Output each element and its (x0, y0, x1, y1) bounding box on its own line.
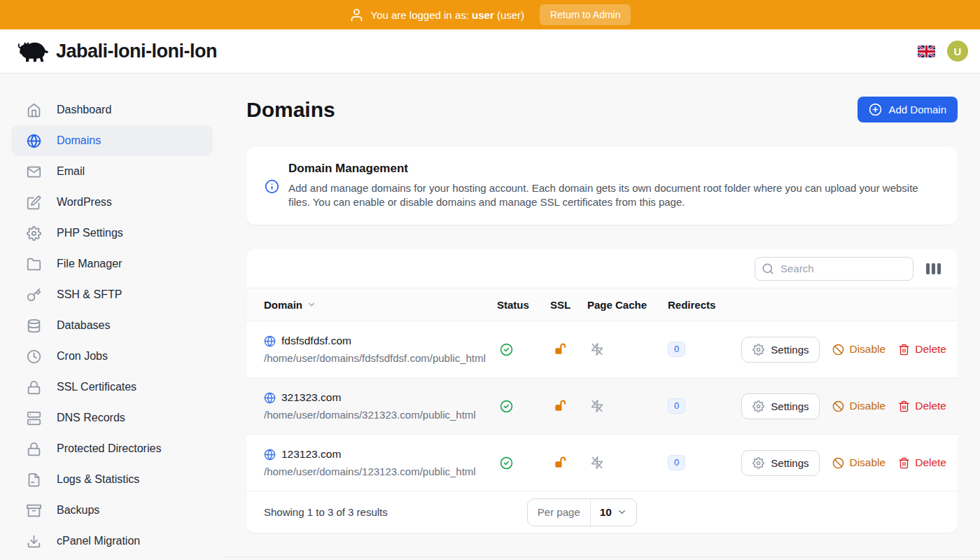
table-footer: Showing 1 to 3 of 3 results Per page 10 (246, 491, 958, 533)
main-content: Domains Add Domain Domain Management Add… (224, 74, 980, 560)
slash-icon (832, 400, 844, 412)
sidebar-item-ssl-certificates[interactable]: SSL Certificates (11, 372, 213, 402)
status-enabled-icon (497, 456, 550, 470)
per-page-select[interactable]: Per page 10 (527, 498, 637, 526)
sidebar-item-domains[interactable]: Domains (11, 125, 213, 156)
domains-table-card: Domain Status SSL Page Cache Redirects f… (246, 249, 958, 533)
sidebar-item-cron-jobs[interactable]: Cron Jobs (11, 341, 213, 372)
server-icon (27, 411, 41, 426)
sidebar-item-logs-statistics[interactable]: Logs & Statistics (11, 464, 213, 495)
search-icon (762, 262, 774, 275)
redirects-count-badge[interactable]: 0 (668, 342, 685, 357)
sidebar-item-email[interactable]: Email (11, 156, 213, 187)
logged-in-username: user (472, 9, 494, 21)
column-header-domain[interactable]: Domain (246, 299, 497, 311)
sidebar-item-ssh-sftp[interactable]: SSH & SFTP (11, 279, 213, 310)
document-root-path: /home/user/domains/321323.com/public_htm… (264, 409, 497, 421)
sidebar-item-label: File Manager (57, 258, 122, 270)
brand[interactable]: Jabali-loni-loni-lon (17, 38, 217, 64)
per-page-label: Per page (528, 499, 591, 526)
sidebar-item-label: Backups (57, 504, 99, 517)
sidebar-item-protected-directories[interactable]: Protected Directories (11, 433, 213, 464)
settings-button[interactable]: Settings (741, 393, 820, 419)
archive-icon (27, 503, 41, 518)
sidebar-item-label: cPanel Migration (57, 535, 140, 547)
globe-icon (264, 335, 276, 347)
sidebar-item-label: Email (57, 165, 85, 178)
delete-button[interactable]: Delete (898, 456, 946, 469)
page-title: Domains (246, 98, 335, 122)
add-domain-label: Add Domain (888, 104, 946, 115)
disable-button[interactable]: Disable (832, 400, 886, 412)
sidebar-item-label: DNS Records (57, 412, 125, 424)
status-enabled-icon (497, 343, 550, 356)
globe-icon (264, 449, 276, 461)
impersonation-banner: You are logged in as: user (user) Return… (0, 0, 980, 29)
sidebar-item-label: WordPress (57, 196, 112, 209)
sidebar: Dashboard Domains Email WordPress PHP Se… (0, 74, 224, 560)
column-header-redirects: Redirects (668, 299, 736, 311)
chevron-down-icon (617, 507, 627, 517)
search-input[interactable] (755, 257, 913, 281)
sort-chevron-icon (307, 300, 316, 309)
uk-flag-icon[interactable] (918, 46, 935, 57)
redirects-count-badge[interactable]: 0 (668, 398, 685, 414)
sidebar-item-label: SSL Certificates (57, 381, 136, 393)
domain-name-link[interactable]: fdsfsdfdsf.com (281, 335, 351, 347)
table-row: 123123.com /home/user/domains/123123.com… (246, 435, 958, 491)
file-icon (27, 472, 41, 487)
slash-icon (832, 457, 844, 469)
user-avatar[interactable]: U (947, 41, 968, 62)
table-row: fdsfsdfdsf.com /home/user/domains/fdsfsd… (246, 321, 958, 378)
sidebar-item-wordpress[interactable]: WordPress (11, 187, 213, 218)
settings-button[interactable]: Settings (741, 450, 820, 476)
download-icon (27, 534, 41, 549)
plus-circle-icon (869, 103, 882, 116)
banner-message: You are logged in as: user (user) (349, 8, 525, 22)
page-cache-off-icon[interactable] (587, 399, 668, 413)
key-icon (27, 288, 41, 302)
sidebar-item-label: Domains (57, 134, 101, 147)
column-header-page-cache: Page Cache (587, 299, 668, 311)
sidebar-item-label: Dashboard (57, 104, 111, 116)
sidebar-item-label: Cron Jobs (57, 350, 108, 363)
ssl-unlocked-icon[interactable] (550, 456, 587, 470)
return-to-admin-button[interactable]: Return to Admin (540, 4, 631, 25)
redirects-count-badge[interactable]: 0 (668, 455, 685, 470)
disable-button[interactable]: Disable (832, 456, 886, 469)
app-title: Jabali-loni-loni-lon (56, 41, 217, 62)
sidebar-item-cpanel-migration[interactable]: cPanel Migration (11, 526, 213, 556)
add-domain-button[interactable]: Add Domain (858, 97, 958, 122)
per-page-value: 10 (600, 506, 612, 519)
clock-icon (27, 349, 41, 364)
logged-in-role: (user) (497, 9, 524, 21)
sidebar-item-dns-records[interactable]: DNS Records (11, 402, 213, 433)
mail-icon (27, 164, 41, 179)
sidebar-item-php-settings[interactable]: PHP Settings (11, 218, 213, 248)
settings-button[interactable]: Settings (741, 337, 820, 363)
sidebar-item-label: PHP Settings (57, 227, 123, 239)
info-icon (265, 179, 279, 209)
gear-icon (752, 457, 764, 469)
ssl-unlocked-icon[interactable] (550, 399, 587, 413)
status-enabled-icon (497, 400, 550, 413)
sidebar-item-dashboard[interactable]: Dashboard (11, 94, 213, 125)
page-cache-off-icon[interactable] (587, 342, 668, 356)
document-root-path: /home/user/domains/123123.com/public_htm… (264, 465, 497, 477)
ssl-unlocked-icon[interactable] (550, 342, 587, 356)
delete-button[interactable]: Delete (898, 343, 946, 356)
sidebar-item-backups[interactable]: Backups (11, 495, 213, 526)
boar-logo-icon (17, 38, 49, 64)
page-cache-off-icon[interactable] (587, 456, 668, 470)
columns-icon[interactable] (923, 260, 944, 277)
disable-button[interactable]: Disable (832, 343, 886, 356)
domain-name-link[interactable]: 123123.com (281, 448, 341, 461)
database-icon (27, 318, 41, 333)
delete-button[interactable]: Delete (898, 400, 946, 412)
results-summary: Showing 1 to 3 of 3 results (264, 506, 388, 518)
edit-icon (27, 195, 41, 210)
trash-icon (898, 400, 910, 412)
sidebar-item-file-manager[interactable]: File Manager (11, 248, 213, 279)
sidebar-item-databases[interactable]: Databases (11, 310, 213, 341)
domain-name-link[interactable]: 321323.com (281, 391, 341, 404)
